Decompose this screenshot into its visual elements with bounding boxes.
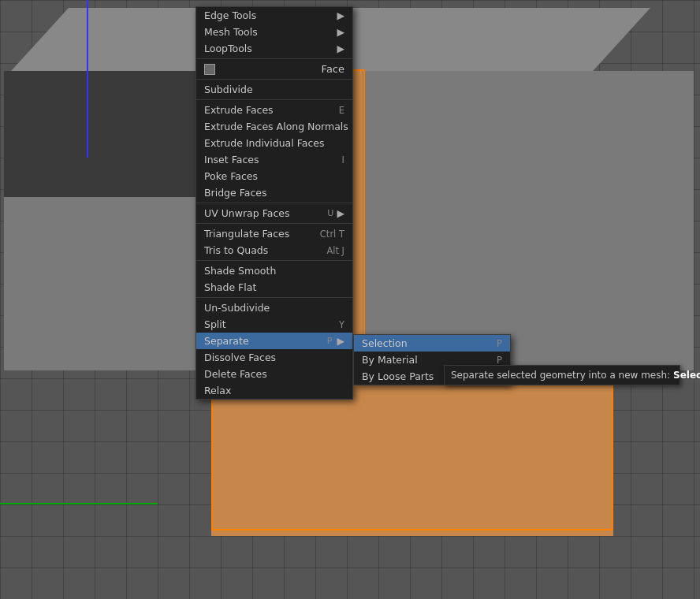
x-axis — [0, 503, 158, 504]
submenu-arrow-loop-tools: ▶ — [337, 43, 344, 54]
tooltip: Separate selected geometry into a new me… — [444, 365, 680, 385]
menu-item-triangulate[interactable]: Triangulate Faces Ctrl T — [196, 225, 352, 242]
context-menu: Edge Tools ▶ Mesh Tools ▶ LoopTools ▶ Fa… — [195, 6, 353, 400]
submenu-arrow-edge-tools: ▶ — [337, 9, 344, 21]
submenu-arrow-uv: ▶ — [337, 207, 344, 219]
menu-item-dissolve-faces[interactable]: Dissolve Faces — [196, 349, 352, 366]
menu-item-delete-faces[interactable]: Delete Faces — [196, 366, 352, 382]
y-axis — [87, 0, 88, 158]
separator-2 — [196, 99, 352, 100]
menu-item-extrude-normals[interactable]: Extrude Faces Along Normals — [196, 118, 352, 135]
menu-item-extrude-faces[interactable]: Extrude Faces E — [196, 102, 352, 118]
separator-4 — [196, 223, 352, 224]
menu-item-uv-unwrap[interactable]: UV Unwrap Faces U ▶ — [196, 205, 352, 221]
menu-item-poke-faces[interactable]: Poke Faces — [196, 168, 352, 184]
submenu-arrow-separate: ▶ — [337, 335, 344, 347]
separator-5 — [196, 260, 352, 261]
menu-item-split[interactable]: Split Y — [196, 316, 352, 333]
menu-item-shade-smooth[interactable]: Shade Smooth — [196, 262, 352, 279]
face-section-header: Face — [196, 61, 352, 77]
separator-3 — [196, 203, 352, 203]
separator-face — [196, 79, 352, 80]
box-right-face — [363, 71, 694, 370]
menu-item-extrude-individual[interactable]: Extrude Individual Faces — [196, 135, 352, 151]
menu-item-edge-tools[interactable]: Edge Tools ▶ — [196, 7, 352, 24]
menu-item-loop-tools[interactable]: LoopTools ▶ — [196, 40, 352, 57]
submenu-item-selection[interactable]: Selection P — [354, 335, 510, 352]
menu-item-tris-quads[interactable]: Tris to Quads Alt J — [196, 242, 352, 259]
menu-item-inset-faces[interactable]: Inset Faces I — [196, 151, 352, 168]
menu-item-un-subdivide[interactable]: Un-Subdivide — [196, 300, 352, 316]
separator-6 — [196, 297, 352, 298]
menu-item-mesh-tools[interactable]: Mesh Tools ▶ — [196, 24, 352, 40]
menu-item-subdivide[interactable]: Subdivide — [196, 81, 352, 98]
face-icon — [204, 64, 215, 75]
submenu-arrow-mesh-tools: ▶ — [337, 26, 344, 38]
menu-item-relax[interactable]: Relax — [196, 382, 352, 399]
box-inner — [4, 71, 213, 197]
menu-item-separate[interactable]: Separate P ▶ — [196, 333, 352, 349]
menu-item-bridge-faces[interactable]: Bridge Faces — [196, 184, 352, 201]
menu-item-shade-flat[interactable]: Shade Flat — [196, 279, 352, 296]
separator-1 — [196, 58, 352, 59]
